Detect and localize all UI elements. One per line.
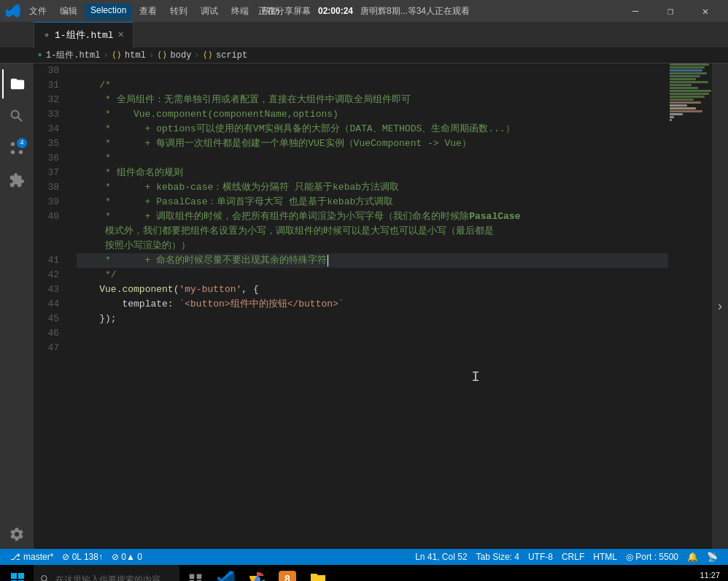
status-tabsize[interactable]: Tab Size: 4 [472, 549, 524, 565]
line-num-37: 37 [36, 166, 65, 180]
code-line-41: * + 命名的时候尽量不要出现其余的特殊字符 [77, 253, 668, 268]
bc-body[interactable]: ⟨⟩ body [157, 50, 191, 61]
window-controls: — ❐ ✕ [619, 0, 722, 22]
restore-button[interactable]: ❐ [654, 0, 687, 22]
minimap-content [668, 64, 712, 549]
code-line-42: */ [77, 268, 668, 282]
line-num-38: 38 [36, 180, 65, 195]
menu-terminal[interactable]: 终端 [225, 4, 255, 19]
code-line-37: * 组件命名的规则 [77, 166, 668, 180]
line-num-32: 32 [36, 93, 65, 107]
share-text: 正在分享屏幕 [258, 5, 311, 18]
code-line-45: }); [77, 312, 668, 326]
line-num-40c: 40 [36, 239, 65, 253]
status-bell[interactable]: 🔔 [683, 549, 702, 565]
breadcrumb: ⚬ 1-组件.html › ⟨⟩ html › ⟨⟩ body › ⟨⟩ scr… [0, 47, 728, 64]
code-line-40a: * + 调取组件的时候，会把所有组件的单词渲染为小写字母（我们命名的时候除Pas… [77, 209, 668, 224]
line-num-44: 44 [36, 297, 65, 312]
activity-search[interactable] [2, 101, 31, 131]
line-num-35: 35 [36, 136, 65, 151]
status-warnings[interactable]: ⊘ 0▲ 0 [107, 549, 147, 565]
code-line-43: Vue.component('my-button', { [77, 282, 668, 297]
status-lineending[interactable]: CRLF [557, 549, 589, 565]
line-num-33: 33 [36, 107, 65, 122]
start-button[interactable] [3, 565, 32, 581]
line-num-42: 42 [36, 268, 65, 282]
menu-goto[interactable]: 转到 [164, 4, 193, 19]
code-line-36: * [77, 151, 668, 166]
line-num-31: 31 [36, 78, 65, 93]
menu-view[interactable]: 查看 [133, 4, 163, 19]
code-line-39: * + PasalCase：单词首字母大写 也是基于kebab方式调取 [77, 195, 668, 209]
status-broadcast[interactable]: 📡 [702, 549, 722, 565]
line-num-47: 47 [36, 341, 65, 355]
editor-tab[interactable]: ⚬ 1-组件.html × [34, 22, 133, 47]
line-num-30: 30 [36, 64, 65, 78]
code-line-31: /* [77, 78, 668, 93]
taskbar-time[interactable]: 11:27 2019/1 [697, 565, 722, 581]
activity-explorer[interactable] [2, 69, 31, 99]
errors-text: ⊘ 0L 138↑ [62, 552, 103, 562]
activity-extensions[interactable] [2, 166, 31, 195]
activity-git[interactable]: 4 [2, 134, 31, 163]
status-branch[interactable]: ⎇ master* [6, 549, 58, 565]
status-position[interactable]: Ln 41, Col 52 [411, 549, 471, 565]
svg-point-0 [19, 150, 23, 155]
warnings-text: ⊘ 0▲ 0 [112, 552, 142, 562]
git-icon: ⎇ [10, 552, 20, 562]
status-language[interactable]: HTML [589, 549, 621, 565]
code-line-40c: 按照小写渲染的）） [77, 239, 668, 253]
activity-settings[interactable] [2, 520, 31, 549]
svg-point-1 [11, 142, 15, 147]
status-port[interactable]: ◎ Port : 5500 [621, 549, 683, 565]
status-encoding[interactable]: UTF-8 [524, 549, 557, 565]
title-bar: 文件 编辑 Selection 查看 转到 调试 终端 帮助 正在分享屏幕 02… [0, 0, 728, 22]
menu-selection[interactable]: Selection [85, 4, 132, 19]
line-num-40b: 40 [36, 224, 65, 239]
minimap [668, 64, 712, 549]
line-num-46: 46 [36, 326, 65, 341]
taskbar-chrome[interactable] [242, 565, 271, 581]
code-line-30 [77, 64, 668, 78]
bc-file[interactable]: 1-组件.html [46, 49, 100, 61]
chevron-right-icon: › [716, 299, 724, 314]
code-line-34: * + options可以使用的有VM实例具备的大部分（DATA、METHODS… [77, 122, 668, 136]
svg-point-2 [11, 150, 15, 155]
svg-rect-7 [190, 574, 195, 580]
branch-name: master* [23, 552, 53, 562]
line-num-43: 43 [36, 282, 65, 297]
line-num-40a: 40 [36, 209, 65, 224]
editor[interactable]: 30 31 32 33 34 35 36 37 38 39 40 40 40 4… [34, 64, 728, 549]
taskbar-vscode[interactable] [212, 565, 241, 581]
bc-sep-1: › [103, 50, 108, 61]
taskbar-explorer[interactable] [303, 565, 333, 581]
status-errors[interactable]: ⊘ 0L 138↑ [58, 549, 107, 565]
minimize-button[interactable]: — [619, 0, 652, 22]
taskbar-app8[interactable]: 8 [273, 565, 302, 581]
code-area[interactable]: /* * 全局组件：无需单独引用或者配置，直接在大组件中调取全局组件即可 * V… [74, 64, 668, 549]
bc-script[interactable]: ⟨⟩ script [203, 50, 248, 61]
close-button[interactable]: ✕ [689, 0, 722, 22]
menu-file[interactable]: 文件 [23, 4, 53, 19]
menu-debug[interactable]: 调试 [195, 4, 224, 19]
status-bar: ⎇ master* ⊘ 0L 138↑ ⊘ 0▲ 0 Ln 41, Col 52… [0, 549, 728, 565]
code-line-33: * Vue.component(componentName,options) [77, 107, 668, 122]
taskbar: 在这里输入你要搜索的内容 8 https://blog.csdn.net/wei… [0, 565, 728, 581]
bc-html[interactable]: ⟨⟩ html [112, 50, 146, 61]
menu-edit[interactable]: 编辑 [54, 4, 83, 19]
search-placeholder[interactable]: 在这里输入你要搜索的内容 [55, 574, 160, 582]
activity-bar: 4 [0, 64, 34, 549]
code-line-32: * 全局组件：无需单独引用或者配置，直接在大组件中调取全局组件即可 [77, 93, 668, 107]
title-center: 正在分享屏幕 02:00:24 唐明辉8期...等34人正在观看 [258, 5, 470, 18]
git-badge: 4 [17, 138, 27, 148]
cursor-indicator: I [471, 370, 480, 385]
code-line-38: * + kebab-case：横线做为分隔符 只能基于kebab方法调取 [77, 180, 668, 195]
tab-close-icon[interactable]: × [118, 29, 124, 41]
line-num-36: 36 [36, 151, 65, 166]
tab-label: 1-组件.html [55, 28, 114, 42]
task-view-button[interactable] [181, 565, 210, 581]
right-panel-toggle[interactable]: › [712, 64, 728, 549]
code-line-35: * + 每调用一次组件都是创建一个单独的VUE实例（VueComponent -… [77, 136, 668, 151]
search-button[interactable]: 在这里输入你要搜索的内容 [34, 565, 179, 581]
bc-sep-3: › [194, 50, 199, 61]
